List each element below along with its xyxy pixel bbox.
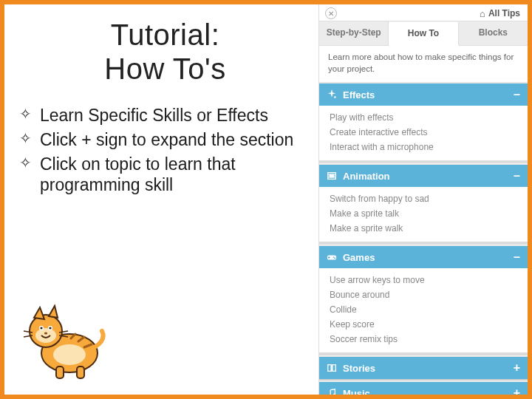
section-stories: Stories + — [319, 356, 528, 381]
section-effects: Effects – Play with effects Create inter… — [319, 83, 528, 163]
topic-link[interactable]: Interact with a microphone — [319, 140, 528, 154]
section-body: Switch from happy to sad Make a sprite t… — [319, 187, 528, 245]
all-tips-link[interactable]: ⌂ All Tips — [480, 8, 520, 19]
section-header-stories[interactable]: Stories + — [319, 356, 528, 379]
svg-rect-14 — [77, 366, 84, 378]
close-icon[interactable]: ✕ — [325, 7, 337, 19]
slide-title: Tutorial: How To's — [19, 18, 311, 86]
collapse-icon[interactable]: – — [514, 250, 520, 264]
svg-point-5 — [40, 327, 42, 329]
all-tips-label: All Tips — [488, 8, 520, 18]
bullet-item: Click on topic to learn that programming… — [19, 154, 311, 197]
bullet-text: Click + sign to expand the section — [40, 130, 293, 149]
topic-link[interactable]: Switch from happy to sad — [319, 191, 528, 206]
sections-scroll: Effects – Play with effects Create inter… — [319, 83, 528, 395]
topic-link[interactable]: Soccer remix tips — [319, 332, 528, 347]
svg-rect-13 — [56, 366, 64, 378]
bullet-list: Learn Specific Skills or Effects Click +… — [19, 105, 311, 199]
bullet-item: Learn Specific Skills or Effects — [19, 105, 311, 126]
section-title: Effects — [343, 89, 375, 100]
svg-rect-17 — [330, 174, 335, 177]
section-music: Music + — [319, 381, 528, 395]
svg-point-1 — [53, 344, 86, 365]
title-line-1: Tutorial: — [111, 18, 220, 51]
section-title: Music — [343, 388, 370, 395]
svg-rect-24 — [328, 257, 330, 258]
title-line-2: How To's — [104, 52, 225, 85]
section-body: Use arrow keys to move Bounce around Col… — [319, 268, 528, 355]
svg-point-15 — [334, 96, 336, 98]
panel-description: Learn more about how to make specific th… — [319, 46, 528, 83]
topic-link[interactable]: Play with effects — [319, 110, 528, 125]
slide-frame: Tutorial: How To's Learn Specific Skills… — [0, 0, 532, 399]
tab-bar: Step-by-Step How To Blocks — [319, 21, 528, 46]
panel-header: ✕ ⌂ All Tips — [319, 4, 528, 21]
section-title: Stories — [343, 363, 375, 374]
gamepad-icon — [327, 252, 337, 262]
svg-point-25 — [333, 256, 335, 258]
section-header-games[interactable]: Games – — [319, 245, 528, 268]
svg-point-7 — [49, 327, 51, 329]
book-icon — [327, 363, 337, 373]
svg-point-8 — [44, 332, 47, 334]
topic-link[interactable]: Bounce around — [319, 287, 528, 302]
section-header-effects[interactable]: Effects – — [319, 83, 528, 106]
section-games: Games – Use arrow keys to move Bounce ar… — [319, 245, 528, 355]
bullet-item: Click + sign to expand the section — [19, 129, 311, 151]
bullet-text: Learn Specific Skills or Effects — [40, 106, 268, 125]
topic-link[interactable]: Make a sprite walk — [319, 221, 528, 236]
slide-content: Tutorial: How To's Learn Specific Skills… — [4, 4, 318, 395]
section-header-animation[interactable]: Animation – — [319, 164, 528, 187]
expand-icon[interactable]: + — [514, 386, 520, 395]
section-title: Games — [343, 252, 375, 263]
section-body: Play with effects Create interactive eff… — [319, 106, 528, 163]
svg-point-26 — [334, 258, 335, 259]
section-header-music[interactable]: Music + — [319, 381, 528, 395]
tab-step-by-step[interactable]: Step-by-Step — [319, 21, 389, 45]
section-title: Animation — [343, 171, 390, 182]
tips-panel: ✕ ⌂ All Tips Step-by-Step How To Blocks … — [318, 4, 528, 395]
film-icon — [327, 171, 337, 181]
svg-point-3 — [35, 328, 56, 343]
tab-blocks[interactable]: Blocks — [459, 21, 528, 45]
topic-link[interactable]: Use arrow keys to move — [319, 273, 528, 287]
topic-link[interactable]: Create interactive effects — [319, 125, 528, 140]
tab-how-to[interactable]: How To — [389, 22, 458, 46]
expand-icon[interactable]: + — [514, 361, 520, 375]
topic-link[interactable]: Make a sprite talk — [319, 206, 528, 221]
section-animation: Animation – Switch from happy to sad Mak… — [319, 164, 528, 245]
music-icon — [327, 388, 337, 395]
collapse-icon[interactable]: – — [514, 169, 520, 183]
topic-link[interactable]: Collide — [319, 302, 528, 317]
scratch-cat-icon — [19, 301, 108, 383]
collapse-icon[interactable]: – — [514, 88, 520, 101]
topic-link[interactable]: Keep score — [319, 317, 528, 332]
bullet-text: Click on topic to learn that programming… — [40, 154, 236, 195]
home-icon: ⌂ — [480, 8, 485, 19]
sparkle-icon — [327, 89, 337, 100]
